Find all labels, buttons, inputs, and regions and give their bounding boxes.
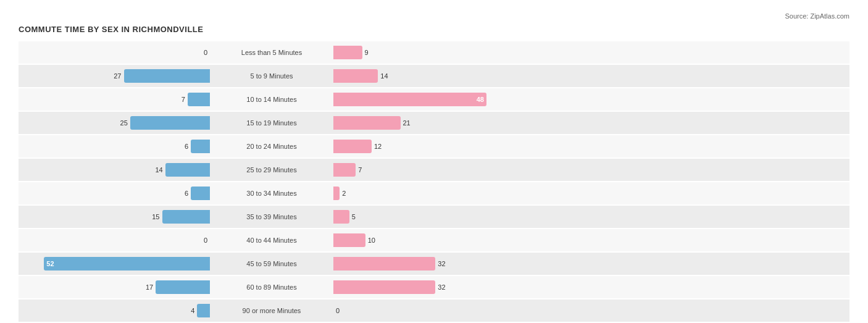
female-bar xyxy=(333,280,435,294)
male-bar xyxy=(165,163,210,177)
female-bar xyxy=(333,257,435,271)
female-value: 14 xyxy=(380,72,388,80)
female-value: 9 xyxy=(365,49,369,56)
female-bar xyxy=(333,210,349,224)
row-label: 10 to 14 Minutes xyxy=(210,96,333,103)
female-value: 32 xyxy=(438,260,445,267)
female-bar xyxy=(333,69,378,83)
row-label: 15 to 19 Minutes xyxy=(210,119,333,127)
male-value: 6 xyxy=(185,190,188,197)
row-label: 45 to 59 Minutes xyxy=(210,260,333,267)
chart-title: COMMUTE TIME BY SEX IN RICHMONDVILLE xyxy=(19,25,849,34)
bar-row: 040 to 44 Minutes10 xyxy=(19,229,849,251)
male-bar xyxy=(124,69,211,83)
male-value: 27 xyxy=(114,72,121,80)
male-value: 0 xyxy=(204,237,207,244)
male-bar xyxy=(130,116,210,130)
bar-row: 620 to 24 Minutes12 xyxy=(19,135,849,157)
female-bar xyxy=(333,187,340,200)
bar-row: 710 to 14 Minutes48 xyxy=(19,88,849,111)
male-bar xyxy=(188,93,210,106)
male-value: 0 xyxy=(204,49,207,56)
female-value: 7 xyxy=(358,166,362,174)
row-label: 35 to 39 Minutes xyxy=(210,213,333,220)
source-text: Source: ZipAtlas.com xyxy=(19,12,849,20)
female-value: 2 xyxy=(342,190,346,197)
female-bar: 48 xyxy=(333,93,486,106)
bar-row: 1425 to 29 Minutes7 xyxy=(19,159,849,181)
male-bar xyxy=(162,210,211,224)
bar-row: 5245 to 59 Minutes32 xyxy=(19,253,849,275)
male-value: 14 xyxy=(155,166,162,174)
row-label: 40 to 44 Minutes xyxy=(210,237,333,244)
male-value: 15 xyxy=(152,213,159,220)
row-label: 25 to 29 Minutes xyxy=(210,166,333,174)
female-value: 21 xyxy=(403,119,411,127)
chart-container: 0Less than 5 Minutes9275 to 9 Minutes147… xyxy=(19,41,849,322)
row-label: 30 to 34 Minutes xyxy=(210,190,333,197)
female-bar xyxy=(333,116,401,130)
female-value: 12 xyxy=(374,143,382,150)
female-bar xyxy=(333,163,356,177)
bar-row: 630 to 34 Minutes2 xyxy=(19,182,849,204)
female-bar xyxy=(333,140,372,153)
male-bar xyxy=(197,304,210,317)
bar-row: 0Less than 5 Minutes9 xyxy=(19,41,849,64)
female-bar xyxy=(333,233,365,247)
male-value: 6 xyxy=(185,143,188,150)
row-label: 5 to 9 Minutes xyxy=(210,72,333,80)
bar-row: 275 to 9 Minutes14 xyxy=(19,65,849,87)
female-value: 32 xyxy=(438,283,445,291)
row-label: Less than 5 Minutes xyxy=(210,49,333,56)
row-label: 60 to 89 Minutes xyxy=(210,283,333,291)
male-bar xyxy=(191,140,210,153)
male-bar xyxy=(191,187,210,200)
bar-row: 2515 to 19 Minutes21 xyxy=(19,112,849,134)
female-value-inside: 48 xyxy=(474,96,486,103)
female-value: 5 xyxy=(352,213,356,220)
female-value: 10 xyxy=(368,237,375,244)
female-bar xyxy=(333,46,362,59)
male-bar xyxy=(156,280,210,294)
male-value-inside: 52 xyxy=(44,260,56,267)
row-label: 90 or more Minutes xyxy=(210,307,333,314)
male-value: 7 xyxy=(182,96,185,103)
bar-row: 1535 to 39 Minutes5 xyxy=(19,206,849,228)
female-value: 0 xyxy=(336,307,340,314)
bar-row: 490 or more Minutes0 xyxy=(19,300,849,322)
male-value: 17 xyxy=(146,283,153,291)
bar-row: 1760 to 89 Minutes32 xyxy=(19,276,849,298)
row-label: 20 to 24 Minutes xyxy=(210,143,333,150)
male-bar: 52 xyxy=(44,257,210,271)
male-value: 25 xyxy=(120,119,128,127)
male-value: 4 xyxy=(191,307,194,314)
